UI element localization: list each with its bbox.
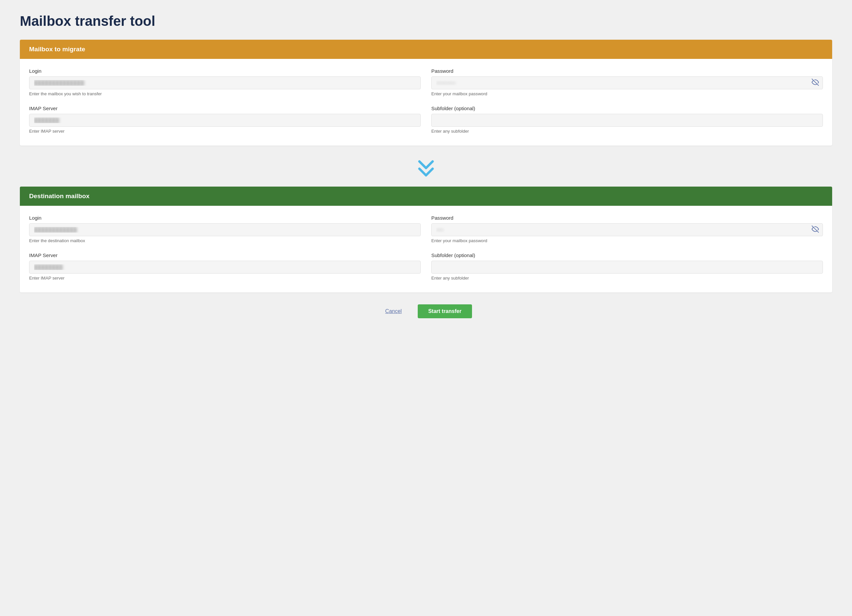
migrate-password-eye-icon[interactable] [812, 78, 819, 87]
migrate-imap-input[interactable] [29, 114, 421, 127]
destination-subfolder-input-wrapper [431, 261, 823, 274]
destination-login-group: Login Enter the destination mailbox [29, 215, 421, 243]
migrate-login-group: Login Enter the mailbox you wish to tran… [29, 68, 421, 96]
destination-card-header: Destination mailbox [20, 187, 832, 206]
destination-login-input-wrapper [29, 223, 421, 236]
migrate-login-input[interactable] [29, 77, 421, 89]
destination-login-label: Login [29, 215, 421, 221]
destination-subfolder-hint: Enter any subfolder [431, 276, 823, 280]
migrate-subfolder-label: Subfolder (optional) [431, 105, 823, 111]
migrate-row-2: IMAP Server Enter IMAP server Subfolder … [29, 105, 823, 134]
migrate-subfolder-input-wrapper [431, 114, 823, 127]
destination-subfolder-group: Subfolder (optional) Enter any subfolder [431, 252, 823, 280]
migrate-login-label: Login [29, 68, 421, 74]
migrate-password-input-wrapper [431, 77, 823, 89]
migrate-imap-hint: Enter IMAP server [29, 129, 421, 134]
cancel-button[interactable]: Cancel [380, 305, 407, 318]
migrate-subfolder-group: Subfolder (optional) Enter any subfolder [431, 105, 823, 134]
button-row: Cancel Start transfer [20, 304, 832, 318]
double-chevron-icon [416, 159, 436, 179]
destination-password-label: Password [431, 215, 823, 221]
start-transfer-button[interactable]: Start transfer [418, 304, 472, 318]
destination-card: Destination mailbox Login Enter the dest… [20, 187, 832, 292]
destination-subfolder-label: Subfolder (optional) [431, 252, 823, 258]
destination-imap-group: IMAP Server Enter IMAP server [29, 252, 421, 280]
destination-login-hint: Enter the destination mailbox [29, 238, 421, 243]
destination-imap-label: IMAP Server [29, 252, 421, 258]
migrate-password-input[interactable] [431, 77, 823, 89]
destination-password-eye-icon[interactable] [812, 225, 819, 234]
destination-login-input[interactable] [29, 223, 421, 236]
migrate-password-group: Password Enter your mailbox password [431, 68, 823, 96]
destination-row-1: Login Enter the destination mailbox Pass… [29, 215, 823, 243]
destination-imap-hint: Enter IMAP server [29, 276, 421, 280]
destination-card-body: Login Enter the destination mailbox Pass… [20, 206, 832, 292]
destination-imap-input-wrapper [29, 261, 421, 274]
migrate-password-label: Password [431, 68, 823, 74]
migrate-login-hint: Enter the mailbox you wish to transfer [29, 91, 421, 96]
migrate-subfolder-hint: Enter any subfolder [431, 129, 823, 134]
migrate-subfolder-input[interactable] [431, 114, 823, 127]
destination-password-hint: Enter your mailbox password [431, 238, 823, 243]
destination-subfolder-input[interactable] [431, 261, 823, 274]
destination-imap-input[interactable] [29, 261, 421, 274]
migrate-password-hint: Enter your mailbox password [431, 91, 823, 96]
migrate-row-1: Login Enter the mailbox you wish to tran… [29, 68, 823, 96]
destination-password-input-wrapper [431, 223, 823, 236]
migrate-card-body: Login Enter the mailbox you wish to tran… [20, 59, 832, 146]
migrate-imap-input-wrapper [29, 114, 421, 127]
migrate-card: Mailbox to migrate Login Enter the mailb… [20, 40, 832, 146]
migrate-imap-label: IMAP Server [29, 105, 421, 111]
migrate-imap-group: IMAP Server Enter IMAP server [29, 105, 421, 134]
arrow-section [20, 154, 832, 184]
destination-row-2: IMAP Server Enter IMAP server Subfolder … [29, 252, 823, 280]
migrate-card-header: Mailbox to migrate [20, 40, 832, 59]
destination-password-group: Password Enter your mailbox password [431, 215, 823, 243]
destination-password-input[interactable] [431, 223, 823, 236]
page-title: Mailbox transfer tool [20, 13, 832, 29]
migrate-login-input-wrapper [29, 77, 421, 89]
